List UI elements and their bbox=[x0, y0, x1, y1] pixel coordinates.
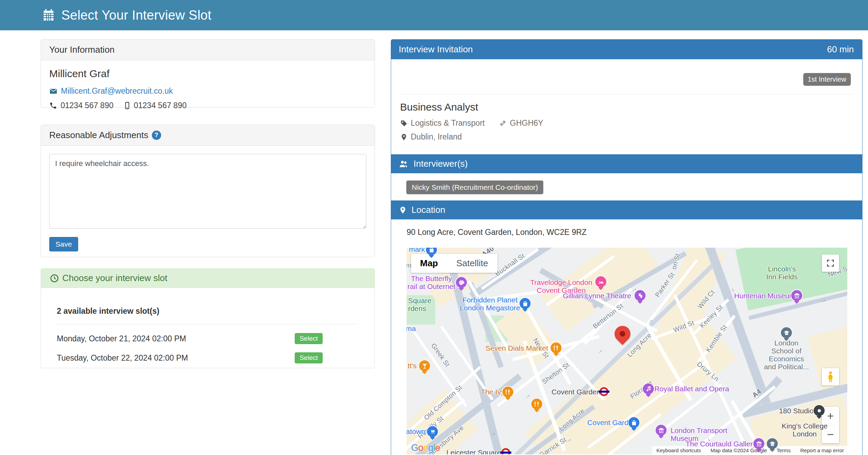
divider bbox=[400, 94, 853, 94]
poi-hunterian-museum[interactable]: Hunterian Museum bbox=[734, 292, 795, 300]
envelope-icon bbox=[49, 87, 57, 95]
your-information-title: Your Information bbox=[49, 44, 115, 55]
select-slot-button[interactable]: Select bbox=[295, 352, 323, 363]
interviewer-badge: Nicky Smith (Recruitment Co-ordinator) bbox=[406, 180, 543, 194]
interview-invitation-header: Interview Invitation 60 min bbox=[391, 40, 862, 59]
your-information-header: Your Information bbox=[41, 40, 375, 60]
job-title: Business Analyst bbox=[400, 101, 478, 113]
fullscreen-button[interactable] bbox=[822, 255, 839, 272]
job-sector: Logistics & Transport bbox=[411, 118, 485, 128]
map-pin-icon bbox=[399, 206, 407, 215]
seven-dials-market-icon[interactable] bbox=[551, 342, 562, 353]
reasonable-adjustments-panel: Reasonable Adjustments ? I require wheel… bbox=[41, 125, 375, 257]
map-marker-icon bbox=[400, 133, 408, 141]
poi-gillian-lynne-theatre[interactable]: Gillian Lynne Theatre bbox=[563, 292, 631, 300]
phone-icon bbox=[49, 102, 57, 110]
poi-covent-garden-station[interactable]: Covent Garden bbox=[552, 388, 600, 396]
google-map[interactable]: →→→→→→→→→A40Bucknall StmNeal StBetterton… bbox=[407, 248, 847, 454]
select-slot-button[interactable]: Select bbox=[295, 333, 323, 344]
your-information-panel: Your Information Millicent Graf Millicen… bbox=[41, 39, 375, 107]
butterfly-trail-icon[interactable] bbox=[456, 277, 467, 288]
180-studios-icon[interactable] bbox=[814, 405, 825, 416]
street-view-pegman[interactable] bbox=[822, 368, 839, 385]
poi-kings-college[interactable]: King's CollegeLondon bbox=[782, 422, 828, 438]
poi-square-gardens[interactable]: Squarerdens bbox=[408, 297, 431, 312]
interview-address: 90 Long Acre, Covent Garden, London, WC2… bbox=[407, 228, 847, 237]
google-logo[interactable]: Google bbox=[411, 443, 440, 453]
poi-the-ivy[interactable]: The Ivy bbox=[481, 388, 505, 396]
courtauld-gallery-icon[interactable] bbox=[753, 438, 764, 449]
calendar-icon bbox=[42, 9, 55, 22]
page-header: Select Your Interview Slot bbox=[0, 0, 868, 30]
lse-icon[interactable] bbox=[781, 327, 792, 338]
poi-leicester-square-station[interactable]: Leicester Square bbox=[447, 448, 501, 454]
poi-forbidden-planet[interactable]: Forbidden PlanetLondon Megastore bbox=[460, 296, 520, 312]
slot-datetime: Tuesday, October 22, 2024 02:00 PM bbox=[57, 353, 188, 363]
candidate-mobile: 01234 567 890 bbox=[134, 101, 187, 110]
poi-cinema-fragment[interactable]: ma bbox=[407, 324, 416, 332]
save-button[interactable]: Save bbox=[49, 237, 78, 251]
candidate-name: Millicent Graf bbox=[49, 68, 366, 80]
restaurant-poi-icon[interactable] bbox=[531, 399, 542, 410]
royal-ballet-opera-icon[interactable] bbox=[643, 383, 654, 394]
poi-lse[interactable]: LondonSchool ofEconomicsand Political... bbox=[764, 339, 809, 371]
poi-royal-ballet-opera[interactable]: Royal Ballet and Opera bbox=[654, 385, 729, 393]
help-icon[interactable]: ? bbox=[152, 131, 161, 140]
poi-courtauld-gallery[interactable]: The Courtauld Gallery bbox=[686, 440, 756, 448]
poi-kettners[interactable]: tt's bbox=[408, 362, 417, 370]
poi-180-studios[interactable]: 180 Studios bbox=[779, 407, 817, 415]
clock-icon bbox=[50, 274, 59, 283]
kettners-icon[interactable] bbox=[419, 360, 430, 371]
keyboard-shortcuts-link[interactable]: Keyboard shortcuts bbox=[657, 447, 701, 453]
job-reference: GHGH6Y bbox=[510, 118, 543, 128]
interviewers-header: Interviewer(s) bbox=[391, 154, 862, 173]
slot-count: 2 available interview slot(s) bbox=[57, 307, 358, 316]
reasonable-adjustments-header: Reasonable Adjustments ? bbox=[41, 125, 375, 146]
slot-row: Monday, October 21, 2024 02:00 PMSelect bbox=[57, 332, 358, 345]
location-title: Location bbox=[411, 205, 445, 215]
forbidden-planet-icon[interactable] bbox=[520, 298, 531, 309]
slot-datetime: Monday, October 21, 2024 02:00 PM bbox=[57, 334, 186, 343]
poi-primark[interactable]: mark bbox=[409, 248, 425, 254]
map-view-button[interactable]: Map bbox=[411, 254, 447, 273]
slot-row: Tuesday, October 22, 2024 02:00 PMSelect bbox=[57, 351, 358, 364]
fullscreen-icon bbox=[826, 259, 835, 268]
chinatown-icon[interactable] bbox=[427, 426, 438, 437]
stage-badge: 1st Interview bbox=[803, 73, 851, 86]
london-transport-museum-icon[interactable] bbox=[656, 425, 667, 436]
divider bbox=[57, 324, 358, 324]
street-label: on St bbox=[670, 253, 681, 270]
poi-butterfly-trail[interactable]: The Butterflyrail at Outernet bbox=[408, 275, 456, 290]
page-title: Select Your Interview Slot bbox=[61, 8, 211, 23]
tube-roundel-icon[interactable] bbox=[501, 448, 510, 454]
interview-slots-panel: Choose your interview slot 2 available i… bbox=[41, 268, 375, 368]
satellite-view-button[interactable]: Satellite bbox=[447, 254, 498, 273]
kings-college-icon[interactable] bbox=[767, 438, 778, 449]
link-icon bbox=[499, 120, 507, 127]
location-header: Location bbox=[391, 200, 862, 219]
poi-lincolns-inn-fields[interactable]: Lincoln'sInn Fields bbox=[766, 265, 797, 281]
tag-icon bbox=[400, 120, 408, 127]
job-location: Dublin, Ireland bbox=[411, 132, 462, 142]
interview-duration: 60 min bbox=[827, 44, 854, 55]
travelodge-icon[interactable] bbox=[595, 276, 606, 287]
street-label: Shelton St bbox=[541, 361, 571, 386]
users-icon bbox=[399, 159, 409, 168]
mobile-icon bbox=[123, 102, 131, 110]
poi-chinatown[interactable]: atown bbox=[407, 427, 425, 435]
interviewers-title: Interviewer(s) bbox=[414, 158, 468, 169]
adjustments-textarea[interactable]: I require wheelchair access. bbox=[49, 154, 366, 229]
poi-seven-dials-market[interactable]: Seven Dials Market bbox=[485, 344, 548, 352]
interview-invitation-panel: Interview Invitation 60 min 1st Intervie… bbox=[391, 39, 862, 455]
tube-roundel-icon[interactable] bbox=[599, 387, 608, 396]
terms-link[interactable]: Terms bbox=[776, 447, 791, 453]
map-type-control: Map Satellite bbox=[411, 254, 498, 273]
candidate-phone: 01234 567 890 bbox=[61, 101, 114, 110]
hunterian-museum-icon[interactable] bbox=[791, 290, 802, 301]
candidate-email-link[interactable]: Millicent.Graf@webrecruit.co.uk bbox=[61, 86, 173, 96]
covent-garden-shopping-icon[interactable] bbox=[628, 417, 639, 428]
interview-slots-title: Choose your interview slot bbox=[62, 273, 167, 283]
report-map-error-link[interactable]: Report a map error bbox=[800, 447, 844, 453]
gillian-lynne-theatre-icon[interactable] bbox=[635, 290, 646, 301]
the-ivy-icon[interactable] bbox=[502, 386, 513, 397]
